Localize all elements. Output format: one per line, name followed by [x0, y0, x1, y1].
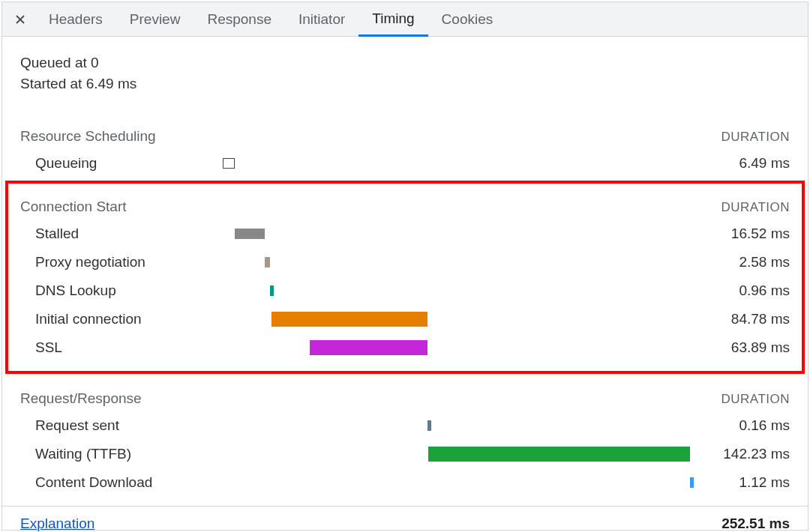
tab-timing[interactable]: Timing	[358, 2, 428, 37]
timing-row-label: Content Download	[20, 474, 223, 491]
timing-row-queueing: Queueing6.49 ms	[20, 149, 790, 178]
timing-row-label: Waiting (TTFB)	[20, 446, 223, 462]
started-at-text: Started at 6.49 ms	[20, 76, 790, 92]
timing-row-dns-lookup: DNS Lookup0.96 ms	[20, 276, 790, 305]
timing-section-request-response: Request/ResponseDURATIONRequest sent0.16…	[20, 380, 790, 497]
timing-row-stalled: Stalled16.52 ms	[20, 220, 790, 248]
section-header: Resource SchedulingDURATION	[20, 128, 790, 145]
timing-bar	[265, 257, 269, 267]
timing-row-value: 0.96 ms	[692, 282, 790, 299]
timing-row-value: 142.23 ms	[692, 446, 790, 462]
tab-response[interactable]: Response	[194, 2, 285, 37]
timing-row-label: Stalled	[20, 226, 223, 242]
section-title: Request/Response	[20, 390, 142, 407]
duration-heading: DURATION	[721, 392, 790, 407]
section-header: Connection StartDURATION	[20, 199, 790, 215]
timing-section-resource-scheduling: Resource SchedulingDURATIONQueueing6.49 …	[20, 118, 790, 178]
timing-row-initial-connection: Initial connection84.78 ms	[20, 305, 790, 333]
timing-bar	[428, 447, 690, 462]
timing-row-ssl: SSL63.89 ms	[20, 333, 790, 362]
timing-row-request-sent: Request sent0.16 ms	[20, 411, 790, 440]
timing-bar	[270, 285, 274, 296]
timing-row-label: Proxy negotiation	[20, 254, 223, 270]
timing-summary: Queued at 0 Started at 6.49 ms	[20, 50, 790, 97]
timing-bar-cell	[223, 417, 692, 434]
queued-at-text: Queued at 0	[20, 55, 790, 71]
duration-heading: DURATION	[721, 200, 790, 215]
timing-bar-cell	[223, 311, 692, 327]
timing-row-value: 63.89 ms	[692, 339, 790, 356]
timing-bar	[235, 229, 266, 239]
timing-bar	[272, 312, 428, 327]
network-timing-panel: HeadersPreviewResponseInitiatorTimingCoo…	[2, 1, 808, 531]
timing-bar	[223, 158, 235, 169]
timing-bar-cell	[223, 254, 692, 270]
section-title: Resource Scheduling	[20, 128, 156, 145]
timing-row-value: 0.16 ms	[692, 417, 790, 434]
timing-bar-cell	[223, 282, 692, 299]
timing-row-label: DNS Lookup	[20, 282, 223, 299]
timing-bar-cell	[223, 339, 692, 356]
tab-headers[interactable]: Headers	[35, 2, 116, 37]
timing-row-label: Request sent	[20, 417, 223, 434]
timing-bar-cell	[223, 474, 692, 491]
timing-row-value: 6.49 ms	[692, 155, 790, 172]
timing-row-proxy-negotiation: Proxy negotiation2.58 ms	[20, 248, 790, 276]
duration-heading: DURATION	[721, 130, 790, 145]
timing-row-label: Initial connection	[20, 311, 223, 327]
timing-section-connection-start: Connection StartDURATIONStalled16.52 msP…	[5, 181, 805, 374]
timing-row-label: SSL	[20, 339, 223, 356]
timing-bar	[428, 420, 431, 431]
close-icon[interactable]	[5, 2, 35, 37]
timing-bar-cell	[223, 446, 692, 462]
section-title: Connection Start	[20, 199, 127, 215]
total-duration: 252.51 ms	[722, 516, 790, 532]
tab-preview[interactable]: Preview	[116, 2, 194, 37]
timing-row-content-download: Content Download1.12 ms	[20, 468, 790, 497]
explanation-link[interactable]: Explanation	[20, 516, 94, 532]
timing-body: Queued at 0 Started at 6.49 ms Resource …	[2, 37, 808, 506]
tab-cookies[interactable]: Cookies	[428, 2, 507, 37]
timing-footer: Explanation 252.51 ms	[2, 506, 808, 532]
timing-bar	[310, 340, 428, 355]
timing-row-label: Queueing	[20, 155, 223, 172]
timing-bar-cell	[223, 155, 692, 172]
timing-row-value: 2.58 ms	[692, 254, 790, 270]
tab-initiator[interactable]: Initiator	[285, 2, 358, 37]
timing-row-value: 1.12 ms	[692, 474, 790, 491]
details-tabbar: HeadersPreviewResponseInitiatorTimingCoo…	[2, 2, 808, 37]
timing-row-value: 84.78 ms	[692, 311, 790, 327]
section-header: Request/ResponseDURATION	[20, 390, 790, 407]
timing-row-waiting-ttfb-: Waiting (TTFB)142.23 ms	[20, 440, 790, 468]
timing-row-value: 16.52 ms	[692, 226, 790, 242]
timing-bar-cell	[223, 226, 692, 242]
timing-bar	[690, 477, 694, 488]
